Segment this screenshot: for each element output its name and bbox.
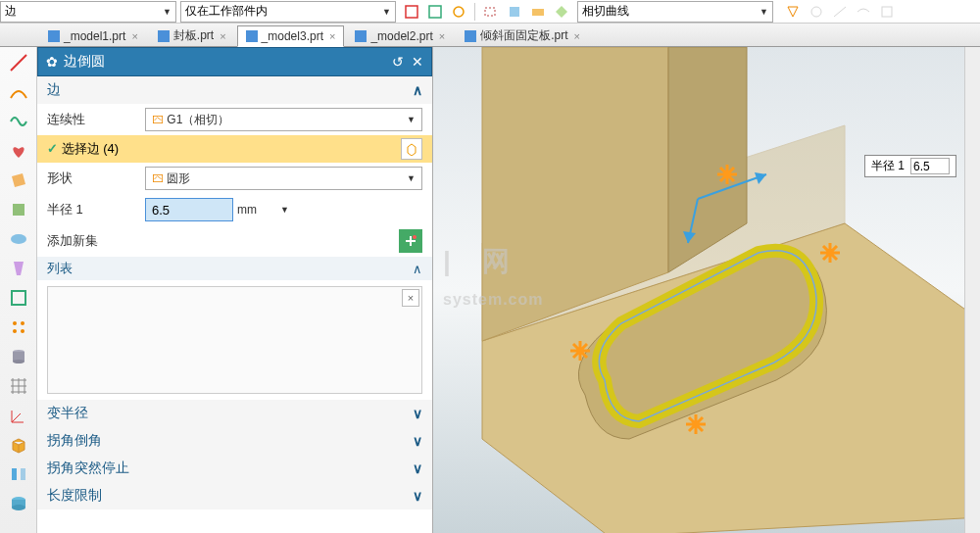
part-icon [246,30,258,42]
close-icon[interactable]: ✕ [412,54,423,70]
mesh-icon[interactable] [7,374,30,398]
radius-unit: mm [237,203,276,217]
extrude-icon[interactable] [7,198,30,221]
panel-scrollbar[interactable] [964,47,980,533]
svg-rect-1 [429,6,441,18]
toolbar-icon-4[interactable] [481,2,501,22]
sketch-line-icon[interactable] [7,51,30,74]
continuity-value: G1（相切） [167,113,229,126]
float-radius-input[interactable] [910,158,950,174]
3d-viewport[interactable]: 半径 1 | 网 system.com [433,47,980,533]
sketch-heart-icon[interactable] [7,139,30,163]
svg-point-14 [21,329,24,333]
close-icon[interactable]: × [574,30,580,42]
filter-dropdown-a[interactable]: 边 ▼ [0,1,176,23]
close-icon[interactable]: × [220,30,225,42]
section-edge[interactable]: 边 ∧ [37,76,432,104]
sketch-plane-icon[interactable] [7,169,30,192]
radius-input[interactable] [145,198,233,221]
svg-point-9 [11,234,26,244]
cylinder2-icon[interactable] [7,492,30,515]
panel-title: 边倒圆 [64,53,105,71]
add-set-label: 添加新集 [47,232,145,250]
toolbar-icon-5[interactable] [505,2,524,22]
svg-point-23 [413,235,416,239]
toolbar-icon-10[interactable] [830,2,850,22]
close-icon[interactable]: × [131,30,137,42]
toolbar-icon-9[interactable] [807,2,826,22]
mirror-icon[interactable] [7,462,30,486]
tab-label: _model3.prt [262,29,323,43]
svg-rect-8 [13,204,24,216]
csys-icon[interactable] [7,404,30,427]
radius-label: 半径 1 [47,201,145,218]
section-variable-radius[interactable]: 变半径 ∨ [37,400,432,427]
toolbar-icon-8[interactable] [783,2,803,22]
toolbar-icon-7[interactable] [552,2,571,22]
sweep-icon[interactable] [7,227,30,251]
shape-value: 圆形 [167,171,190,185]
svg-point-11 [13,321,17,325]
list-header[interactable]: 列表 ∧ [37,257,432,280]
caret-icon: ▼ [760,7,768,17]
sketch-spline-icon[interactable] [7,110,30,133]
gear-icon[interactable]: ✿ [46,54,58,70]
caret-icon: ▼ [382,7,391,17]
tab-qingxie[interactable]: 倾斜面固定板.prt× [456,24,589,46]
caret-icon[interactable]: ▼ [280,205,289,215]
add-set-button[interactable] [399,229,422,253]
tab-fengban[interactable]: 封板.prt× [149,24,235,46]
svg-point-17 [13,360,24,363]
toolbar-icon-6[interactable] [528,2,548,22]
section-label: 拐角突然停止 [47,460,129,477]
tab-model1[interactable]: _model1.prt× [39,24,147,46]
section-length-limit[interactable]: 长度限制 ∨ [37,482,432,509]
tab-model3[interactable]: _model3.prt× [237,25,345,47]
part-icon [48,30,60,42]
filter-dropdown-b[interactable]: 仅在工作部件内 ▼ [180,1,396,23]
model-geometry [433,47,980,533]
svg-rect-19 [21,468,25,480]
list-remove-button[interactable]: × [402,289,419,307]
svg-point-2 [454,7,464,17]
section-label: 拐角倒角 [47,432,102,450]
document-tabs: _model1.prt× 封板.prt× _model3.prt× _model… [0,24,980,47]
dropdown-c-value: 相切曲线 [582,3,629,20]
chevron-down-icon: ∨ [413,406,422,421]
tab-label: 封板.prt [173,27,214,44]
toolbar-icon-1[interactable] [402,2,421,22]
part-icon [465,30,476,42]
toolbar-icon-11[interactable] [854,2,873,22]
sketch-arc-icon[interactable] [7,80,30,104]
caret-icon: ▼ [407,173,416,183]
toolbar-icon-12[interactable] [877,2,897,22]
shape-select[interactable]: ⮹ 圆形 ▼ [145,167,422,190]
tab-label: 倾斜面固定板.prt [480,27,567,44]
cylinder-icon[interactable] [7,345,30,368]
left-toolbar [0,47,37,533]
box-icon[interactable] [7,433,30,457]
close-icon[interactable]: × [439,30,445,42]
section-stop-short[interactable]: 拐角突然停止 ∨ [37,455,432,482]
list-label: 列表 [47,260,73,277]
close-icon[interactable]: × [329,30,335,42]
section-label: 长度限制 [47,487,102,505]
chevron-up-icon: ∧ [413,262,422,276]
svg-rect-0 [406,6,417,18]
toolbar-icon-2[interactable] [425,2,445,22]
tab-label: _model2.prt [370,29,432,43]
pick-icon[interactable] [401,138,422,160]
shell-icon[interactable] [7,286,30,310]
continuity-select[interactable]: ⮹ G1（相切） ▼ [145,108,422,131]
svg-point-22 [12,505,25,510]
set-list: × [47,286,422,394]
pattern-icon[interactable] [7,315,30,339]
section-corner-setback[interactable]: 拐角倒角 ∨ [37,427,432,455]
select-edge-row[interactable]: ✓ 选择边 (4) [37,135,432,163]
undo-icon[interactable]: ↺ [392,54,404,70]
tab-model2[interactable]: _model2.prt× [346,24,454,46]
revolve-icon[interactable] [7,257,30,280]
radius-float-label[interactable]: 半径 1 [864,155,956,177]
filter-dropdown-c[interactable]: 相切曲线 ▼ [577,1,773,23]
toolbar-icon-3[interactable] [449,2,468,22]
